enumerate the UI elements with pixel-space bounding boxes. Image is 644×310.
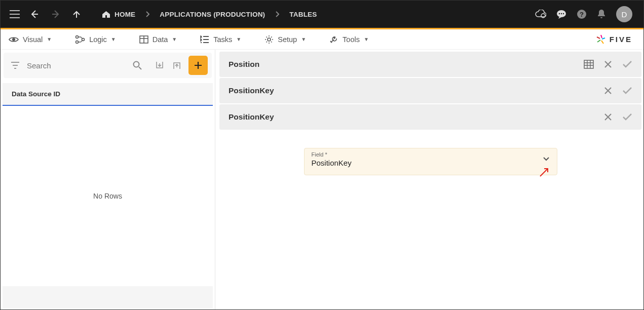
brand-mark-icon [595,34,607,45]
menu-label: Visual [23,35,43,44]
column-header[interactable]: Data Source ID [3,83,213,106]
svg-point-15 [268,38,271,41]
panel-header-title: Position [229,60,259,69]
svg-rect-17 [584,60,593,68]
breadcrumb-label: TABLES [289,11,317,18]
table-icon [139,35,148,44]
left-footer [3,286,213,308]
search-row [4,53,212,78]
forward-button [46,7,65,22]
svg-point-12 [201,35,202,36]
gear-icon [264,35,274,44]
svg-point-16 [134,62,139,67]
avatar-initial: D [622,10,627,19]
field-label: Field * [312,151,550,158]
menu-tasks[interactable]: Tasks ▼ [197,33,244,46]
menu-label: Logic [89,35,107,44]
svg-point-2 [559,13,560,14]
menu-label: Setup [278,35,297,44]
right-panel: Position PositionKey [215,50,643,310]
column-header-label: Data Source ID [12,90,60,98]
caret-down-icon: ▼ [364,36,369,42]
breadcrumb-label: APPLICATIONS (PRODUCTION) [160,11,265,18]
menu-icon[interactable] [7,7,23,21]
panel-header-positionkey-2[interactable]: PositionKey [219,104,641,130]
svg-point-14 [201,42,202,43]
field-value: PositionKey [312,159,550,167]
svg-point-0 [541,14,545,18]
breadcrumb-label: HOME [115,11,135,18]
empty-state: No Rows [3,106,213,286]
menu-setup[interactable]: Setup ▼ [261,33,309,46]
menu-tools[interactable]: Tools ▼ [326,33,372,46]
list-icon [200,35,209,44]
check-icon[interactable] [622,113,632,121]
caret-down-icon: ▼ [111,36,116,42]
svg-point-4 [563,13,564,14]
annotation-arrow-icon [539,167,550,178]
up-button[interactable] [67,7,86,21]
left-panel: Data Source ID No Rows [1,50,215,310]
svg-point-13 [201,38,202,40]
wrench-icon [329,35,338,44]
avatar[interactable]: D [616,6,632,22]
close-icon[interactable] [604,87,612,95]
top-navigation-bar: HOME APPLICATIONS (PRODUCTION) TABLES ? … [1,1,643,28]
chevron-down-icon[interactable] [543,157,550,162]
topbar-right-actions: ? D [535,6,637,22]
panel-header-position[interactable]: Position [219,52,641,77]
chevron-right-icon [274,11,280,17]
breadcrumb-tables[interactable]: TABLES [282,11,324,18]
branch-icon [75,35,85,44]
panel-header-positionkey-1[interactable]: PositionKey [219,78,641,103]
caret-down-icon: ▼ [236,36,241,42]
menu-bar: Visual ▼ Logic ▼ Data ▼ Tasks ▼ Setup ▼ … [1,29,643,50]
grid-icon[interactable] [584,60,594,69]
caret-down-icon: ▼ [172,36,177,42]
chat-icon[interactable] [556,10,566,19]
search-icon[interactable] [130,58,145,73]
plus-icon [194,61,203,70]
menu-logic[interactable]: Logic ▼ [72,33,119,46]
menu-label: Tools [343,35,360,44]
filter-icon[interactable] [8,59,23,72]
caret-down-icon: ▼ [301,36,306,42]
close-icon[interactable] [604,113,612,121]
panel-header-title: PositionKey [229,86,274,95]
panel-body: Field * PositionKey [219,131,641,308]
import-icon[interactable] [152,58,167,73]
breadcrumb-home[interactable]: HOME [95,11,142,18]
svg-point-9 [76,41,79,43]
chevron-right-icon [144,11,150,17]
field-dropdown[interactable]: Field * PositionKey [304,148,557,175]
help-icon[interactable]: ? [577,9,587,19]
svg-point-7 [12,38,15,41]
close-icon[interactable] [604,60,612,68]
svg-point-3 [561,13,562,14]
search-input[interactable] [25,58,128,73]
export-icon[interactable] [169,58,184,73]
bell-icon[interactable] [597,9,606,19]
menu-visual[interactable]: Visual ▼ [6,33,55,46]
back-button[interactable] [25,7,44,22]
svg-point-8 [76,35,79,38]
check-icon[interactable] [622,87,632,95]
brand-text: FIVE [610,35,632,44]
menu-label: Data [153,35,168,44]
cloud-icon[interactable] [535,10,546,19]
main-split: Data Source ID No Rows Position Posi [1,50,643,310]
panel-header-title: PositionKey [229,112,274,122]
menu-data[interactable]: Data ▼ [136,33,180,46]
check-icon[interactable] [622,60,632,68]
add-button[interactable] [188,56,208,75]
eye-icon [9,36,19,43]
brand-logo: FIVE [595,34,638,45]
svg-text:?: ? [580,11,584,18]
menu-label: Tasks [213,35,232,44]
breadcrumb-applications[interactable]: APPLICATIONS (PRODUCTION) [153,11,272,18]
empty-state-text: No Rows [93,192,122,200]
caret-down-icon: ▼ [47,36,52,42]
